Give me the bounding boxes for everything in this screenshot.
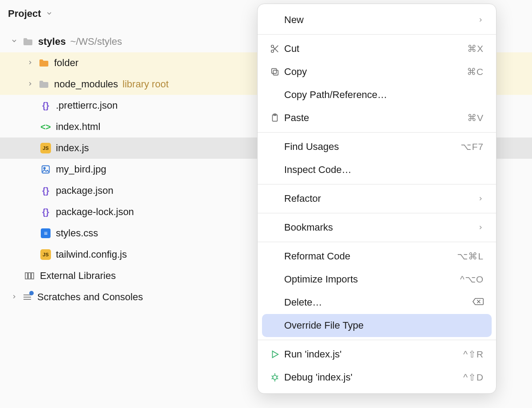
menu-separator	[258, 340, 496, 340]
menu-copy[interactable]: Copy ⌘C	[258, 60, 496, 83]
copy-icon	[266, 67, 284, 77]
menu-separator	[258, 132, 496, 133]
tree-label: package.json	[56, 185, 113, 196]
folder-icon	[22, 36, 34, 47]
menu-new[interactable]: New	[258, 8, 496, 31]
json-icon: {}	[40, 206, 51, 218]
menu-paste[interactable]: Paste ⌘V	[258, 106, 496, 129]
tree-label: node_modules	[54, 78, 118, 90]
svg-rect-4	[31, 273, 34, 279]
svg-point-1	[43, 167, 45, 169]
menu-inspect-code[interactable]: Inspect Code…	[258, 158, 496, 181]
menu-refactor[interactable]: Refactor	[258, 187, 496, 210]
menu-label: Delete…	[284, 297, 472, 308]
json-icon: {}	[40, 100, 51, 111]
menu-shortcut: ⌘V	[467, 113, 484, 123]
html-icon: <>	[40, 121, 51, 133]
menu-label: Optimize Imports	[284, 274, 460, 285]
menu-label: Inspect Code…	[284, 164, 484, 176]
svg-line-23	[272, 378, 273, 379]
clipboard-icon	[266, 113, 284, 123]
menu-separator	[258, 184, 496, 184]
scissors-icon	[266, 44, 284, 54]
menu-shortcut: ⌘X	[467, 43, 484, 54]
scratches-icon	[22, 293, 33, 302]
menu-override-file-type[interactable]: Override File Type	[262, 314, 492, 337]
menu-label: Override File Type	[284, 320, 484, 331]
svg-marker-18	[273, 351, 278, 358]
svg-point-9	[271, 50, 274, 53]
context-menu: New Cut ⌘X Copy ⌘C Copy Path/Reference… …	[257, 4, 497, 394]
folder-icon	[38, 78, 50, 90]
svg-rect-0	[42, 166, 50, 173]
image-icon	[40, 164, 51, 175]
menu-label: Run 'index.js'	[284, 349, 463, 360]
menu-label: Copy Path/Reference…	[284, 89, 484, 101]
menu-copy-path[interactable]: Copy Path/Reference…	[258, 83, 496, 106]
menu-label: New	[284, 14, 477, 26]
menu-find-usages[interactable]: Find Usages ⌥F7	[258, 135, 496, 158]
chevron-down-icon[interactable]	[6, 37, 22, 47]
menu-separator	[258, 213, 496, 213]
menu-run[interactable]: Run 'index.js' ^⇧R	[258, 343, 496, 366]
tree-hint: library root	[122, 78, 168, 90]
tree-label: my_bird.jpg	[56, 164, 106, 175]
menu-label: Paste	[284, 112, 467, 124]
menu-shortcut: ⌘C	[467, 67, 484, 77]
svg-rect-3	[28, 273, 31, 279]
tree-label: Scratches and Consoles	[37, 291, 143, 303]
delete-key-icon	[472, 297, 484, 308]
tree-path-hint: ~/WS/styles	[70, 36, 122, 47]
tree-label: styles.css	[56, 228, 98, 239]
tree-label: tailwind.config.js	[56, 249, 127, 260]
menu-label: Copy	[284, 66, 467, 78]
menu-label: Cut	[284, 43, 467, 55]
svg-line-21	[272, 376, 273, 377]
chevron-right-icon[interactable]	[6, 293, 22, 302]
chevron-right-icon[interactable]	[22, 80, 38, 89]
tree-label: index.js	[56, 142, 89, 154]
chevron-right-icon	[477, 194, 484, 204]
tree-label: .prettierrc.json	[56, 100, 117, 111]
menu-label: Bookmarks	[284, 222, 477, 233]
svg-rect-2	[25, 273, 27, 279]
menu-label: Debug 'index.js'	[284, 372, 463, 383]
chevron-right-icon[interactable]	[22, 59, 38, 68]
menu-label: Reformat Code	[284, 251, 457, 262]
menu-debug[interactable]: Debug 'index.js' ^⇧D	[258, 366, 496, 389]
menu-shortcut: ⌥⌘L	[457, 251, 484, 262]
menu-label: Find Usages	[284, 141, 461, 153]
menu-shortcut: ^⇧R	[463, 349, 484, 360]
svg-point-8	[271, 45, 274, 48]
panel-chevron-down-icon[interactable]	[46, 8, 53, 20]
library-icon	[24, 270, 35, 282]
css-icon	[40, 228, 51, 239]
svg-line-22	[277, 376, 278, 377]
chevron-right-icon	[477, 223, 484, 233]
menu-shortcut: ^⇧D	[463, 372, 484, 383]
menu-shortcut: ^⌥O	[460, 274, 484, 285]
menu-shortcut: ⌥F7	[461, 141, 484, 152]
svg-rect-12	[273, 70, 278, 75]
menu-cut[interactable]: Cut ⌘X	[258, 37, 496, 60]
menu-separator	[258, 242, 496, 242]
json-icon: {}	[40, 185, 51, 196]
folder-icon	[38, 57, 50, 69]
tree-label: folder	[54, 57, 78, 69]
chevron-right-icon	[477, 15, 484, 25]
svg-line-24	[277, 378, 278, 379]
svg-rect-13	[272, 69, 277, 74]
tree-label: External Libraries	[40, 270, 116, 282]
js-icon: JS	[40, 142, 51, 154]
menu-optimize-imports[interactable]: Optimize Imports ^⌥O	[258, 268, 496, 291]
svg-point-19	[273, 375, 277, 379]
tree-label: package-lock.json	[56, 206, 134, 218]
menu-bookmarks[interactable]: Bookmarks	[258, 216, 496, 239]
menu-reformat-code[interactable]: Reformat Code ⌥⌘L	[258, 245, 496, 268]
js-icon: JS	[40, 249, 51, 260]
tree-label: styles	[38, 36, 66, 47]
menu-label: Refactor	[284, 193, 477, 204]
menu-delete[interactable]: Delete…	[258, 291, 496, 314]
play-icon	[266, 349, 284, 359]
bug-icon	[266, 373, 284, 382]
